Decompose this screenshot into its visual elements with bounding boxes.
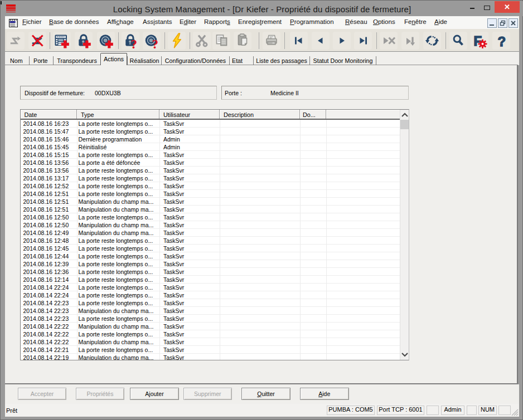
svg-text:?: ? (498, 34, 506, 49)
svg-text:?: ? (152, 37, 159, 50)
svg-text:?: ? (131, 37, 138, 50)
